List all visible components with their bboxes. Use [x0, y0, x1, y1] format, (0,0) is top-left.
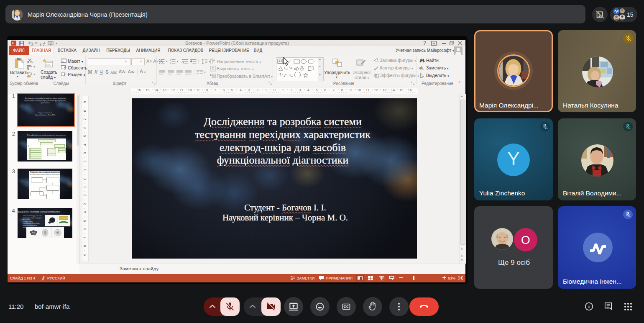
svg-text:1: 1: [170, 59, 171, 61]
svg-text:A: A: [213, 59, 215, 62]
svg-text:2: 2: [170, 62, 171, 64]
svg-text:ab: ab: [419, 66, 423, 70]
svg-text:A: A: [279, 60, 281, 63]
svg-text:P: P: [12, 41, 15, 45]
